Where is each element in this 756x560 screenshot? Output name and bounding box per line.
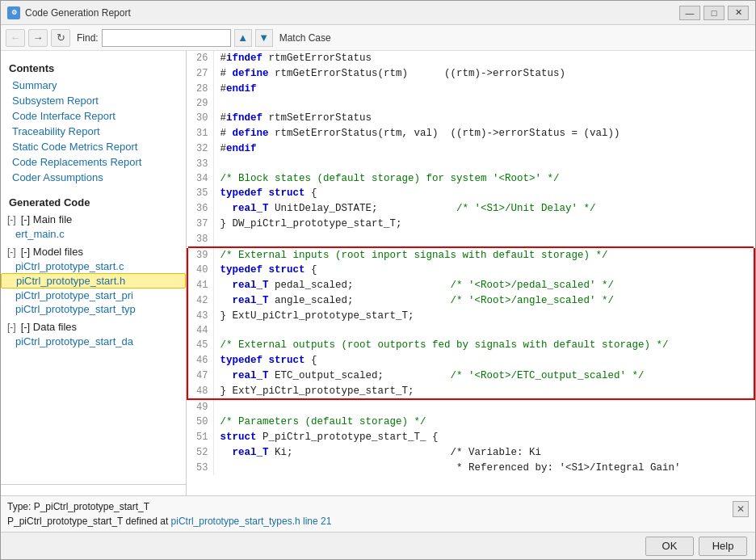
table-row: 49: [187, 399, 754, 415]
data-files-label: [-] Data files: [21, 321, 77, 333]
line-code: real_T pedal_scaled; /* '<Root>/pedal_sc…: [213, 278, 754, 293]
line-code: #endif: [213, 141, 754, 157]
line-code: typedef struct {: [213, 353, 754, 368]
line-code: #ifndef rtmSetErrorStatus: [213, 111, 754, 126]
line-number: 45: [187, 338, 213, 353]
line-code: #ifndef rtmGetErrorStatus: [213, 51, 754, 66]
sidebar-item-subsystem-report[interactable]: Subsystem Report: [1, 93, 186, 108]
window-title: Code Generation Report: [25, 7, 679, 19]
sidebar-item-summary[interactable]: Summary: [1, 78, 186, 93]
model-files-label: [-] Model files: [21, 246, 83, 258]
line-number: 36: [187, 201, 213, 217]
minimize-button[interactable]: —: [679, 6, 700, 20]
main-window: ⚙ Code Generation Report — □ ✕ ← → ↻ Fin…: [0, 0, 756, 560]
find-next-button[interactable]: ▼: [255, 29, 273, 47]
match-case-label: Match Case: [279, 32, 331, 44]
sidebar-nav-links: SummarySubsystem ReportCode Interface Re…: [1, 78, 186, 185]
line-number: 29: [187, 96, 213, 111]
file-picrtl-da[interactable]: piCtrl_prototype_start_da: [1, 335, 186, 348]
table-row: 33: [187, 157, 754, 171]
file-picrtl-typ[interactable]: piCtrl_prototype_start_typ: [1, 302, 186, 316]
toolbar: ← → ↻ Find: ▲ ▼ Match Case: [1, 25, 755, 51]
data-files-toggle[interactable]: [-]: [7, 322, 16, 333]
table-row: 53 * Referenced by: '<S1>/Integral Gain': [187, 461, 754, 476]
table-row: 27# define rtmGetErrorStatus(rtm) ((rtm)…: [187, 66, 754, 82]
model-files-toggle[interactable]: [-]: [7, 246, 16, 258]
line-number: 49: [187, 399, 213, 415]
help-button[interactable]: Help: [699, 537, 747, 556]
line-number: 37: [187, 217, 213, 232]
line-number: 31: [187, 126, 213, 141]
line-number: 51: [187, 430, 213, 445]
status-def-link[interactable]: piCtrl_prototype_start_types.h line 21: [171, 516, 332, 527]
status-type-line: Type: P_piCtrl_prototype_start_T: [7, 499, 749, 514]
main-layout: Contents SummarySubsystem ReportCode Int…: [1, 51, 755, 495]
window-controls: — □ ✕: [679, 6, 749, 20]
line-number: 46: [187, 353, 213, 368]
line-code: } ExtU_piCtrl_prototype_start_T;: [213, 309, 754, 324]
line-number: 35: [187, 186, 213, 201]
sidebar: Contents SummarySubsystem ReportCode Int…: [1, 51, 187, 495]
status-def-text: P_piCtrl_prototype_start_T defined at: [7, 516, 171, 527]
line-code: [213, 157, 754, 171]
line-code: # define rtmSetErrorStatus(rtm, val) ((r…: [213, 126, 754, 141]
line-number: 53: [187, 461, 213, 476]
back-button[interactable]: ←: [6, 29, 25, 47]
file-picrtl-h[interactable]: piCtrl_prototype_start.h: [1, 273, 186, 288]
table-row: 34/* Block states (default storage) for …: [187, 171, 754, 187]
find-input[interactable]: [102, 29, 231, 47]
table-row: 44: [187, 323, 754, 338]
line-code: #endif: [213, 82, 754, 97]
file-ert-main[interactable]: ert_main.c: [1, 227, 186, 241]
sidebar-scroll[interactable]: Contents SummarySubsystem ReportCode Int…: [1, 51, 186, 484]
model-files-list: piCtrl_prototype_start.cpiCtrl_prototype…: [1, 259, 186, 316]
line-number: 50: [187, 415, 213, 430]
main-files-list: ert_main.c: [1, 227, 186, 241]
line-code: /* Block states (default storage) for sy…: [213, 171, 754, 187]
bottom-bar: OK Help: [1, 532, 755, 559]
table-row: 35typedef struct {: [187, 186, 754, 201]
sidebar-item-traceability[interactable]: Traceability Report: [1, 124, 186, 139]
table-row: 40typedef struct {: [187, 263, 754, 278]
line-code: real_T Ki; /* Variable: Ki: [213, 445, 754, 461]
main-files-section: [-] [-] Main file: [1, 212, 186, 227]
sidebar-horizontal-scroll[interactable]: [1, 484, 186, 495]
code-table: 26#ifndef rtmGetErrorStatus27# define rt…: [187, 51, 755, 475]
sidebar-item-static-code[interactable]: Static Code Metrics Report: [1, 139, 186, 154]
sidebar-item-coder-assumptions[interactable]: Coder Assumptions: [1, 170, 186, 185]
file-picrtl-pri[interactable]: piCtrl_prototype_start_pri: [1, 288, 186, 302]
line-code: /* Parameters (default storage) */: [213, 415, 754, 430]
table-row: 36 real_T UnitDelay_DSTATE; /* '<S1>/Uni…: [187, 201, 754, 217]
line-number: 42: [187, 293, 213, 309]
sidebar-item-code-interface[interactable]: Code Interface Report: [1, 108, 186, 124]
close-button[interactable]: ✕: [728, 6, 749, 20]
line-code: } DW_piCtrl_prototype_start_T;: [213, 217, 754, 232]
status-text: Type: P_piCtrl_prototype_start_T P_piCtr…: [7, 499, 749, 528]
data-files-section: [-] [-] Data files: [1, 319, 186, 335]
sidebar-item-code-replacements[interactable]: Code Replacements Report: [1, 154, 186, 170]
forward-button[interactable]: →: [28, 29, 48, 47]
table-row: 48} ExtY_piCtrl_prototype_start_T;: [187, 384, 754, 400]
find-prev-button[interactable]: ▲: [234, 29, 252, 47]
line-number: 27: [187, 66, 213, 82]
status-close-button[interactable]: ✕: [733, 501, 749, 517]
line-code: [213, 399, 754, 415]
table-row: 43} ExtU_piCtrl_prototype_start_T;: [187, 309, 754, 324]
line-code: } ExtY_piCtrl_prototype_start_T;: [213, 384, 754, 400]
main-files-toggle[interactable]: [-]: [7, 214, 16, 225]
line-number: 41: [187, 278, 213, 293]
generated-code-title: Generated Code: [1, 192, 186, 212]
code-scroll[interactable]: 26#ifndef rtmGetErrorStatus27# define rt…: [187, 51, 755, 495]
line-number: 34: [187, 171, 213, 187]
line-code: [213, 232, 754, 247]
find-label: Find:: [77, 32, 99, 44]
main-files-label: [-] Main file: [21, 213, 73, 225]
ok-button[interactable]: OK: [645, 537, 694, 556]
maximize-button[interactable]: □: [704, 6, 724, 20]
line-code: # define rtmGetErrorStatus(rtm) ((rtm)->…: [213, 66, 754, 82]
refresh-button[interactable]: ↻: [51, 29, 70, 47]
code-area: 26#ifndef rtmGetErrorStatus27# define rt…: [187, 51, 755, 495]
line-number: 52: [187, 445, 213, 461]
file-picrtl-c[interactable]: piCtrl_prototype_start.c: [1, 259, 186, 273]
line-number: 47: [187, 368, 213, 384]
